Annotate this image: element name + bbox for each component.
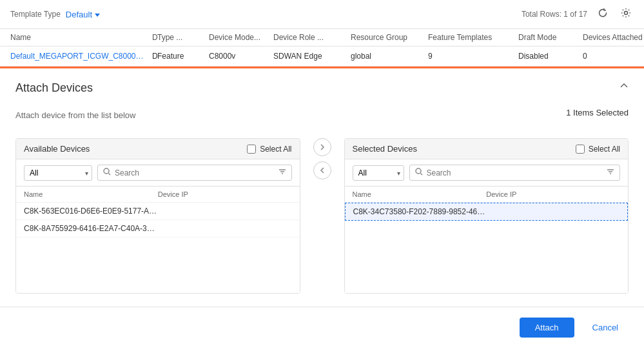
row-device-mode: C8000v	[209, 52, 273, 61]
collapse-button[interactable]	[620, 81, 629, 92]
available-search-input[interactable]	[115, 168, 275, 177]
table-row[interactable]: Default_MEGAPORT_ICGW_C8000V_Template_V0…	[0, 46, 644, 66]
row-name: Default_MEGAPORT_ICGW_C8000V_Template_V0…	[10, 52, 152, 61]
available-col-name: Name	[24, 190, 158, 198]
selected-devices-cols: Name Device IP	[345, 187, 629, 203]
available-select-all-area: Select All	[247, 145, 291, 154]
selected-col-ip: Device IP	[486, 190, 620, 198]
transfer-forward-button[interactable]	[313, 138, 331, 156]
row-devices-attached: 0	[583, 52, 644, 61]
cancel-button[interactable]: Cancel	[582, 318, 629, 338]
available-device-name-0: C8K-563EC016-D6E6-E0E9-5177-A0E78D893D2A	[24, 207, 158, 216]
available-filter-wrapper: All C8000v SDWAN Edge	[24, 165, 92, 181]
available-filter-select[interactable]: All C8000v SDWAN Edge	[24, 165, 92, 181]
selected-select-all-area: Select All	[576, 145, 620, 154]
row-type: Feature	[157, 52, 209, 61]
svg-point-1	[104, 168, 109, 174]
available-devices-body: C8K-563EC016-D6E6-E0E9-5177-A0E78D893D2A…	[16, 203, 300, 293]
selected-devices-header: Selected Devices Select All	[345, 139, 629, 159]
svg-line-7	[420, 174, 422, 176]
transfer-back-button[interactable]	[313, 161, 331, 179]
selected-select-all-label: Select All	[589, 145, 620, 154]
attach-subtitle: Attach device from the list below	[15, 108, 135, 123]
col-resource-group: Resource Group	[351, 33, 428, 42]
col-name: Name	[10, 33, 152, 42]
svg-point-6	[416, 168, 421, 174]
selected-device-row[interactable]: C8K-34C73580-F202-7889-9852-4673F7C3C49E	[345, 203, 629, 221]
template-type-selector[interactable]: Default	[66, 10, 100, 19]
col-draft-mode: Draft Mode	[518, 33, 583, 42]
attach-button[interactable]: Attach	[520, 318, 574, 338]
attach-devices-section: Attach Devices 1 Items Selected Attach d…	[0, 68, 644, 307]
available-devices-cols: Name Device IP	[16, 187, 300, 203]
attach-title: Attach Devices	[15, 81, 629, 95]
selected-filter-wrapper: All C8000v	[353, 165, 404, 181]
available-search-icon	[103, 168, 111, 177]
refresh-button[interactable]	[595, 5, 610, 23]
available-device-row[interactable]: C8K-563EC016-D6E6-E0E9-5177-A0E78D893D2A	[16, 203, 300, 220]
total-rows: Total Rows: 1 of 17	[522, 10, 587, 19]
row-feature-templates: 9	[428, 52, 518, 61]
row-draft-mode: Disabled	[518, 52, 583, 61]
template-table-section: Name Description Type ... Device Mode...…	[0, 29, 644, 68]
selected-devices-filters: All C8000v	[345, 159, 629, 187]
available-device-ip-0	[158, 207, 292, 216]
items-selected: 1 Items Selected	[566, 108, 629, 117]
top-bar: Template Type Default Total Rows: 1 of 1…	[0, 0, 644, 29]
template-type-area: Template Type Default	[10, 10, 100, 19]
available-devices-title: Available Devices	[24, 144, 90, 154]
selected-filter-select[interactable]: All C8000v	[353, 165, 404, 181]
row-device-role: SDWAN Edge	[273, 52, 351, 61]
selected-filter-icon[interactable]	[607, 168, 614, 177]
action-bar: Attach Cancel	[0, 307, 644, 344]
col-devices-attached: Devices Attached	[583, 33, 644, 42]
available-devices-header: Available Devices Select All	[16, 139, 300, 159]
panels-container: Available Devices Select All All C8000v …	[15, 138, 629, 294]
available-device-row[interactable]: C8K-8A755929-6416-E2A7-C40A-324CA82EA42F	[16, 220, 300, 238]
svg-line-2	[109, 174, 111, 176]
selected-search-icon	[415, 168, 423, 177]
available-device-ip-1	[158, 224, 292, 233]
table-header: Name Description Type ... Device Mode...…	[0, 29, 644, 46]
chevron-down-icon	[95, 14, 100, 17]
row-description: Default device template for Megaport Int…	[152, 52, 157, 61]
top-right-area: Total Rows: 1 of 17	[522, 5, 634, 23]
template-type-value: Default	[66, 10, 92, 19]
selected-device-name-0: C8K-34C73580-F202-7889-9852-4673F7C3C49E	[353, 207, 487, 216]
selected-device-ip-0	[486, 207, 620, 216]
settings-button[interactable]	[618, 5, 634, 23]
selected-col-name: Name	[353, 190, 487, 198]
selected-devices-panel: Selected Devices Select All All C8000v	[344, 138, 629, 294]
selected-select-all-checkbox[interactable]	[576, 145, 585, 154]
available-device-name-1: C8K-8A755929-6416-E2A7-C40A-324CA82EA42F	[24, 224, 158, 233]
svg-point-0	[625, 12, 628, 15]
available-devices-panel: Available Devices Select All All C8000v …	[15, 138, 300, 294]
col-device-mode: Device Mode...	[209, 33, 273, 42]
available-search-box	[97, 165, 292, 181]
transfer-buttons	[311, 138, 334, 179]
selected-devices-title: Selected Devices	[353, 144, 417, 154]
col-device-role: Device Role ...	[273, 33, 351, 42]
selected-devices-body: C8K-34C73580-F202-7889-9852-4673F7C3C49E	[345, 203, 629, 293]
available-select-all-label: Select All	[260, 145, 291, 154]
col-feature-templates: Feature Templates	[428, 33, 518, 42]
template-type-label: Template Type	[10, 10, 61, 19]
col-description: Description	[152, 33, 157, 42]
available-filter-icon[interactable]	[278, 168, 286, 177]
selected-search-box	[409, 165, 621, 181]
available-devices-filters: All C8000v SDWAN Edge	[16, 159, 300, 187]
row-resource-group: global	[351, 52, 428, 61]
col-type: Type ...	[157, 33, 209, 42]
available-select-all-checkbox[interactable]	[247, 145, 256, 154]
available-col-ip: Device IP	[158, 190, 292, 198]
selected-search-input[interactable]	[427, 168, 603, 177]
